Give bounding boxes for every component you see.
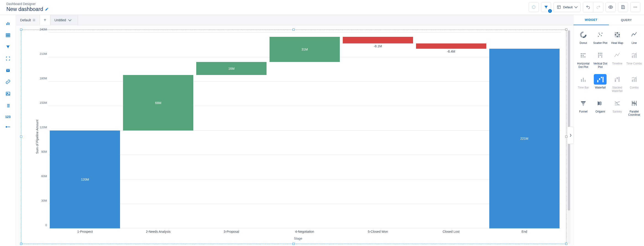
preview-button[interactable] (606, 2, 616, 12)
table-widget-icon[interactable] (6, 33, 10, 38)
svg-rect-59 (615, 80, 616, 82)
page-title: New dashboard (6, 6, 43, 12)
edit-title-icon[interactable] (45, 7, 48, 11)
filters-button[interactable]: 0 (541, 2, 551, 12)
svg-point-36 (581, 55, 582, 56)
more-button[interactable] (630, 2, 640, 12)
ctype-timeline[interactable]: Timeline (609, 50, 625, 69)
svg-rect-51 (636, 54, 636, 58)
svg-rect-58 (602, 77, 604, 82)
gridline (48, 155, 561, 155)
waterfall-chart-widget[interactable]: Sum of Pipeline Amount 030M60M90M120M150… (22, 31, 565, 242)
ctype-funnel[interactable]: Funnel (575, 98, 591, 116)
chart-type-palette: Donut Scatter Plot Heat Map Line Horizon… (574, 25, 644, 245)
svg-rect-8 (6, 34, 10, 37)
filter-widget-icon[interactable] (6, 45, 10, 49)
ctype-line[interactable]: Line (626, 30, 642, 45)
waterfall-bar[interactable]: -6.4M (416, 43, 486, 49)
svg-point-20 (599, 34, 600, 35)
ctype-heatmap[interactable]: Heat Map (609, 30, 625, 45)
svg-rect-64 (634, 79, 635, 82)
y-tick: 30M (36, 199, 47, 202)
svg-point-21 (601, 35, 602, 36)
waterfall-bar[interactable]: 31M (270, 37, 340, 62)
svg-point-3 (635, 7, 636, 7)
svg-point-33 (581, 53, 582, 54)
right-panel: WIDGET QUERY Donut Scatter Plot Heat Map… (573, 15, 644, 245)
svg-rect-0 (557, 6, 560, 9)
ctype-stackedwf[interactable]: Stacked Waterfall (609, 74, 625, 93)
rpanel-tab-widget[interactable]: WIDGET (574, 15, 609, 25)
save-button[interactable] (618, 2, 628, 12)
tab-add[interactable]: + (40, 15, 50, 25)
svg-point-4 (636, 7, 637, 7)
svg-point-41 (598, 53, 599, 54)
ctype-scatter[interactable]: Scatter Plot (592, 30, 608, 45)
image-widget-icon[interactable] (6, 91, 10, 96)
gridline (48, 204, 561, 204)
svg-rect-6 (8, 22, 8, 25)
ctype-timecombo[interactable]: Time Combo (626, 50, 642, 69)
waterfall-bar[interactable]: 16M (196, 62, 266, 75)
ctype-parallel[interactable]: Parallel Coordinat (626, 98, 642, 116)
ctype-combo[interactable]: Combo (626, 74, 642, 93)
svg-point-44 (600, 53, 601, 54)
waterfall-bar[interactable]: 221M (489, 49, 560, 228)
y-tick: 0 (36, 223, 47, 227)
svg-rect-30 (615, 36, 616, 37)
svg-rect-57 (601, 77, 602, 78)
svg-point-1 (610, 7, 611, 8)
dashboard-canvas[interactable]: Sum of Pipeline Amount 030M60M90M120M150… (16, 25, 573, 245)
breadcrumb: Dashboard Designer (6, 2, 48, 6)
svg-rect-60 (615, 78, 616, 79)
y-axis-label: Sum of Pipeline Amount (35, 119, 39, 154)
chart-widget-icon[interactable] (6, 21, 10, 26)
bar-value-label: 16M (196, 67, 266, 70)
svg-rect-53 (583, 78, 584, 82)
ctype-vdot[interactable]: Vertical Dot Plot (592, 50, 608, 69)
svg-rect-24 (615, 32, 616, 34)
chevron-down-icon (68, 18, 72, 21)
date-widget-icon[interactable]: 12 (6, 68, 10, 72)
y-tick: 90M (36, 150, 47, 153)
svg-rect-7 (9, 23, 9, 25)
ctype-origami[interactable]: Origami (592, 98, 608, 116)
list-widget-icon[interactable] (6, 103, 10, 108)
container-widget-icon[interactable] (6, 56, 10, 61)
toggle-widget-icon[interactable] (5, 126, 11, 128)
bar-value-label: 68M (123, 101, 193, 105)
ctype-hdot[interactable]: Horizontal Dot Plot (575, 50, 591, 69)
svg-point-37 (582, 55, 584, 56)
themes-button[interactable] (529, 2, 539, 12)
svg-rect-49 (632, 56, 633, 58)
gridline (48, 33, 561, 33)
waterfall-bar[interactable]: -8.1M (343, 37, 413, 43)
layout-select[interactable]: Default (554, 2, 580, 12)
waterfall-bar[interactable]: 120M (50, 131, 120, 228)
svg-rect-27 (615, 34, 616, 35)
waterfall-bar[interactable]: 68M (123, 75, 193, 131)
svg-point-39 (582, 56, 584, 57)
svg-point-38 (581, 56, 582, 57)
svg-rect-25 (616, 32, 618, 34)
number-widget-icon[interactable]: 123 (5, 115, 10, 119)
svg-rect-29 (618, 34, 620, 35)
tab-main[interactable]: Untitled (50, 15, 78, 25)
ctype-timebar[interactable]: Time Bar (575, 74, 591, 93)
svg-rect-31 (616, 36, 618, 37)
ctype-sankey[interactable]: Sankey (609, 98, 625, 116)
right-panel-toggle[interactable] (567, 127, 574, 144)
ctype-waterfall[interactable]: Waterfall (592, 74, 608, 93)
svg-point-46 (601, 53, 602, 54)
svg-point-23 (598, 33, 600, 34)
ctype-donut[interactable]: Donut (575, 30, 591, 45)
svg-text:12: 12 (7, 69, 9, 72)
svg-rect-50 (634, 55, 635, 58)
redo-button[interactable] (593, 2, 603, 12)
undo-button[interactable] (583, 2, 593, 12)
svg-rect-61 (616, 77, 618, 79)
tab-default[interactable]: Default (16, 15, 40, 25)
svg-point-42 (598, 55, 599, 56)
link-widget-icon[interactable] (6, 79, 10, 84)
rpanel-tab-query[interactable]: QUERY (609, 15, 644, 25)
